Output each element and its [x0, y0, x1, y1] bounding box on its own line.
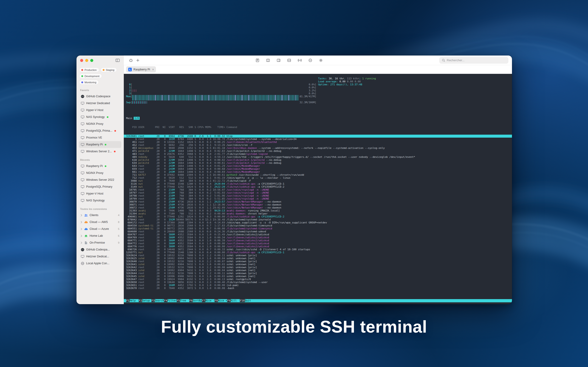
fkey-sortby[interactable]: F6SortBy [189, 299, 202, 302]
fkey-tree[interactable]: F5Tree [177, 299, 189, 302]
process-row[interactable]: 684772 root 20 0 386M 4352 3584 S 0.0 1.… [126, 242, 512, 245]
tag-monitoring[interactable]: Monitoring [79, 80, 99, 85]
process-row[interactable]: 3263641 sshd 20 0 16992 6904 5632 S 0.0 … [126, 263, 512, 266]
sidebar-item-home-lab[interactable]: Home Lab6 [79, 232, 121, 239]
sidebar-item-raspberry-pi[interactable]: Raspberry Pi [79, 141, 121, 148]
process-row[interactable]: 1293771 nut 20 0 77048 1548 1280 S 0.0 0… [126, 251, 512, 254]
close-window-button[interactable] [80, 59, 83, 62]
process-row[interactable]: 659 root 20 0 243M 1664 1408 S 0.0 0.4 0… [126, 167, 512, 170]
process-row[interactable]: 3149 nut 20 0 77048 1292 1024 S 0.0 0.3 … [126, 185, 512, 188]
process-row[interactable]: 3263647 root 20 0 19924 9984 8192 S 0.0 … [126, 278, 512, 281]
broadcast-input-button[interactable] [296, 57, 303, 64]
htop-tab-io[interactable]: I/O [134, 117, 140, 120]
process-row[interactable]: 471 polkitd 20 0 229M 1664 1408 S 0.0 0.… [126, 150, 512, 152]
sidebar-item-nas-synology[interactable]: NAS Synology [79, 114, 121, 120]
process-row[interactable]: 453 messagebus 20 0 9040 2048 1152 S 0.0… [126, 147, 512, 150]
sidebar-item-hyper-v-host[interactable]: Hyper-V Host [79, 190, 121, 197]
process-row[interactable]: 711 64757 20 0 37692 6488 2304 S 0.0 1.5… [126, 173, 512, 176]
split-rows-button[interactable] [286, 57, 293, 64]
process-row[interactable]: 618 polkitd 20 0 229M 1664 1408 S 0.0 0.… [126, 158, 512, 161]
sidebar-item-proxmox-ve[interactable]: Proxmox VE [79, 134, 121, 141]
fkey-kill[interactable]: F9Kill [227, 299, 240, 302]
fkey-nice[interactable]: F7Nice - [202, 299, 215, 302]
process-row[interactable]: 684551 systemd-ti 20 0 90772 2816 2560 S… [126, 227, 512, 230]
sidebar-item-nas-synology[interactable]: NAS Synology [79, 197, 121, 204]
new-tab-button[interactable] [134, 57, 141, 64]
htop-table-header[interactable]: PID USER PRI NI VIRT RES SHR S CPU% MEM%… [126, 126, 512, 129]
process-row[interactable]: 10799 root 20 0 216M 768 384 S 0.0 0.2 5… [126, 197, 512, 200]
process-row[interactable]: 30872 root 20 0 256M 4736 2816 S 0.0 1.1… [126, 206, 512, 209]
process-row[interactable]: 684550 systemd-ti 20 0 90772 2816 2560 S… [126, 224, 512, 227]
process-row[interactable]: 3116 nut 20 0 77048 1548 1280 S 0.0 0.4 … [126, 182, 512, 185]
sidebar-item-clients[interactable]: Clients4 [79, 212, 121, 219]
process-row[interactable]: 3263625 sshd 20 0 16992 6904 5632 S 0.0 … [126, 257, 512, 260]
home-button[interactable] [128, 57, 134, 64]
fkey-filter[interactable]: F4Filter [164, 299, 177, 302]
terminal[interactable]: 0[0.6%] 1[0.0%] 2[|||3.2%] 3[0.0%]Mem[81… [124, 74, 512, 304]
process-row[interactable]: 3263645 sshd 20 0 16996 6908 5632 S 0.0 … [126, 275, 512, 278]
tab-close-icon[interactable]: × [152, 68, 154, 71]
fkey-help[interactable]: F1Help [126, 299, 139, 302]
process-row[interactable]: 634 polkitd 20 0 229M 1664 1408 S 0.0 0.… [126, 161, 512, 165]
sidebar-item-hetzner-dedicated[interactable]: Hetzner Dedicated [79, 100, 121, 107]
search-input[interactable]: Rechercher... [439, 57, 508, 64]
tag-production[interactable]: Production [79, 67, 99, 72]
process-row[interactable]: 1 root 20 0 165M 6784 4480 S 0.0 1.6 16:… [126, 138, 512, 141]
process-row[interactable]: 3263670 root 20 0 7840 4352 3072 S 0.0 1… [126, 287, 512, 290]
fkey-setup[interactable]: F2Setup [139, 299, 151, 302]
process-row[interactable]: 3263644 root 20 0 19532 9216 7808 S 0.0 … [126, 272, 512, 275]
process-row[interactable]: 684769 root 20 0 386M 4352 3584 S 0.0 1.… [126, 236, 512, 239]
process-row[interactable]: 684776 root 20 0 386M 4352 3584 S 0.0 1.… [126, 245, 512, 248]
process-row[interactable]: 643 root 20 0 243M 1664 1408 S 0.0 0.4 0… [126, 165, 512, 167]
fkey-search[interactable]: F3Search [151, 299, 164, 302]
process-row[interactable]: 483 root 20 0 25676 4352 3968 S 0.0 1.0 … [126, 152, 512, 156]
sidebar-item-hetzner-dedicat[interactable]: Hetzner Dedicat... [79, 253, 121, 260]
process-row[interactable]: 696726 root 20 0 14648 3072 2944 S 0.0 0… [126, 248, 512, 251]
process-row[interactable]: 684600 root 20 0 26660 2688 2560 S 0.0 0… [126, 230, 512, 233]
process-row[interactable]: 10798 root 20 0 216M 768 384 S 0.0 0.2 5… [126, 194, 512, 197]
sidebar-item-raspberry-pi[interactable]: Raspberry Pi [79, 163, 121, 169]
process-row[interactable]: 684172 root 20 0 17360 2688 2304 S 0.0 0… [126, 221, 512, 224]
htop-tab-main[interactable]: Main [126, 117, 132, 120]
sidebar-item-local-apple-con[interactable]: Local Apple Con... [79, 260, 121, 267]
process-row[interactable]: 489 nobody 20 0 5828 640 512 S 0.0 0.1 4… [126, 156, 512, 158]
sidebar-item-postgresql-prima[interactable]: PostgreSQL Prima... [79, 127, 121, 134]
fkey-quit[interactable]: F10Quit [240, 299, 254, 302]
minimize-window-button[interactable] [85, 59, 88, 62]
session-log-button[interactable] [254, 57, 261, 64]
toggle-sidebar-button[interactable] [114, 57, 121, 64]
process-row[interactable]: 678042 root 20 0 192M 56960 56576 S 0.0 … [126, 218, 512, 221]
process-row[interactable]: 3263624 root 20 0 19532 9216 7808 S 0.0 … [126, 254, 512, 257]
sidebar-item-windows-server-2[interactable]: Windows Server 2... [79, 148, 121, 155]
sidebar-item-hyper-v-host[interactable]: Hyper-V Host [79, 107, 121, 114]
process-row[interactable]: 3263643 sshd 20 0 16992 6904 5632 S 0.0 … [126, 269, 512, 272]
sidebar-item-github-codespa[interactable]: GitHub Codespa... [79, 246, 121, 253]
sidebar-item-cloud-azure[interactable]: Cloud — Azure5 [79, 225, 121, 232]
process-row[interactable]: 31393 avahi 20 0 7096 1408 768 S 0.0 0.3… [126, 209, 512, 212]
process-row-selected[interactable]: 3263681 root 20 0 8964 4736 2688 R 2.6 1… [124, 135, 512, 138]
process-row[interactable]: 496061 nut 20 0 77048 1292 1024 S 0.0 0.… [126, 215, 512, 218]
tag-development[interactable]: Development [79, 74, 102, 78]
process-row[interactable]: 3088 nut 20 0 7640 384 384 S 0.0 0.1 41:… [126, 179, 512, 182]
process-row[interactable]: 10797 root 20 0 216M 768 384 S 0.0 0.2 5… [126, 191, 512, 194]
process-row[interactable]: 451 root 20 0 13316 1152 1024 S 0.0 0.3 … [126, 141, 512, 144]
fkey-nice[interactable]: F8Nice + [215, 299, 227, 302]
sidebar-item-github-codespace[interactable]: GitHub Codespace [79, 93, 121, 100]
process-row[interactable]: 3263650 root 20 0 19640 9856 8192 S 0.0 … [126, 281, 512, 284]
zoom-window-button[interactable] [90, 59, 93, 62]
process-row[interactable]: 661 root 20 0 243M 1664 1408 S 0.0 0.4 0… [126, 170, 512, 173]
process-row[interactable]: 31394 avahi 20 0 7180 788 512 S 0.0 0.2 … [126, 212, 512, 215]
sidebar-item-postgresql-primary[interactable]: PostgreSQL Primary [79, 183, 121, 190]
process-row[interactable]: 30871 root 20 0 256M 4736 2816 S 0.0 1.1… [126, 203, 512, 206]
process-row[interactable]: 684771 root 20 0 386M 4352 3584 S 0.0 1.… [126, 239, 512, 242]
process-row[interactable]: 3263642 root 20 0 19532 9216 7808 S 0.0 … [126, 266, 512, 269]
settings-button[interactable] [317, 57, 324, 64]
hide-output-button[interactable] [307, 57, 314, 64]
tab-raspberry-pi[interactable]: Raspberry Pi × [126, 66, 156, 73]
process-row[interactable]: 3263651 root 20 0 166M 4452 1792 S 0.0 1… [126, 284, 512, 287]
sidebar-item-on-premise[interactable]: On-Premise9 [79, 239, 121, 246]
split-columns-button[interactable] [265, 57, 271, 64]
process-row[interactable]: 3263640 root 20 0 19532 9216 7808 S 0.0 … [126, 260, 512, 263]
sidebar-item-cloud-aws[interactable]: Cloud — AWS8 [79, 219, 121, 225]
process-row[interactable]: 30870 root 20 0 256M 4736 2816 S 0.0 1.1… [126, 200, 512, 203]
